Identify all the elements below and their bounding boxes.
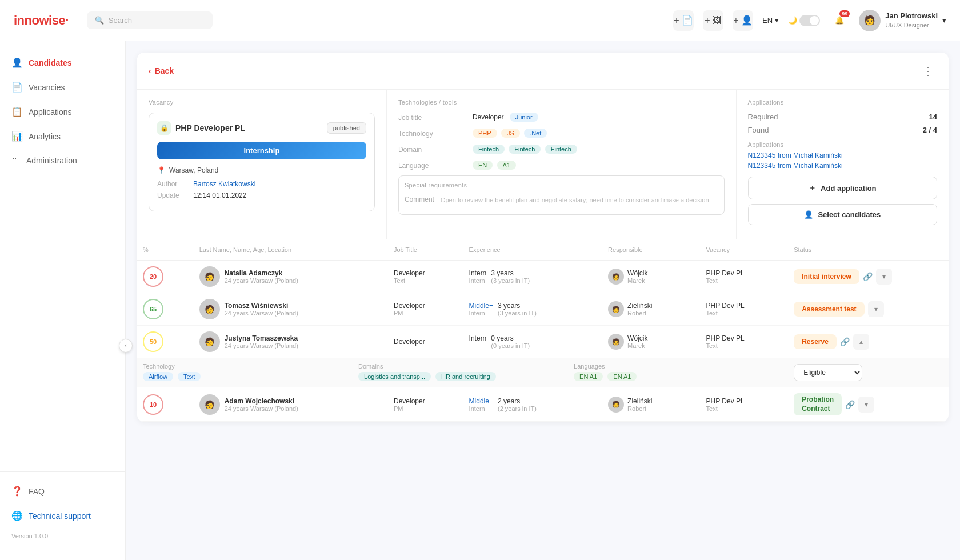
col-responsible: Responsible [602,239,700,261]
sidebar-item-vacancies[interactable]: 📄 Vacancies [0,75,125,99]
avatar: 🧑 [859,10,881,31]
sidebar-label-support: Technical support [29,511,91,521]
update-label: Update [157,191,189,199]
sidebar-item-faq[interactable]: ❓ FAQ [0,479,125,503]
moon-icon: 🌙 [788,16,797,25]
add-doc-btn[interactable]: + 📄 [673,10,694,31]
edit-link-icon[interactable]: 🔗 [863,272,873,281]
theme-toggle[interactable]: 🌙 [788,15,820,26]
status-badge[interactable]: Reserve [794,334,837,349]
sidebar-item-applications[interactable]: 📋 Applications [0,99,125,124]
candidate-name: Tomasz Wiśniewski [225,302,298,310]
found-value: 2 / 4 [923,126,937,134]
vacancy-title: PHP Developer PL [175,123,245,133]
technologies-panel: Technologies / tools Job title Developer… [387,90,737,239]
candidates-icon: 👤 [11,57,23,68]
add-person-btn[interactable]: + 👤 [733,10,753,31]
col-job-title: Job Title [388,239,463,261]
expand-domain-tags: Logistics and transp... HR and recruitin… [358,372,567,382]
sidebar-label-vacancies: Vacancies [29,83,65,92]
applications-panel: Applications Required 14 Found 2 / 4 App… [737,90,949,239]
exp-1: 3 years [491,269,530,277]
main-content: ‹ Back ⋮ Vacancy 🔒 PHP Developer PL [126,41,960,560]
sidebar-item-administration[interactable]: 🗂 Administration [0,149,125,173]
applications-icon: 📋 [11,106,23,117]
status-expand-button[interactable]: ▾ [868,301,884,317]
expand-row: Technology Airflow Text Domains [137,358,949,387]
status-expand-button[interactable]: ▴ [853,334,869,350]
required-value: 14 [929,113,937,121]
exp-2: (3 years in IT) [491,277,530,284]
resp-avatar: 🧑 [608,334,624,350]
comment-text: Open to review the benefit plan and nego… [441,195,709,205]
author-link[interactable]: Bartosz Kwiatkowski [193,180,255,188]
sidebar-item-candidates[interactable]: 👤 Candidates [0,50,125,75]
candidate-avatar: 🧑 [199,299,220,319]
probation-line2: Contract [802,405,834,414]
vacancy-2: Text [706,310,783,317]
vacancy-1: PHP Dev PL [706,302,783,310]
add-photo-btn[interactable]: + 🖼 [703,10,723,31]
sidebar-label-faq: FAQ [29,487,45,496]
col-name: Last Name, Name, Age, Location [194,239,388,261]
required-label: Required [748,113,778,121]
back-button[interactable]: ‹ Back [149,66,174,75]
status-badge[interactable]: Assessment test [794,302,864,317]
expand-domains-label: Domains [358,363,567,370]
app-link-2[interactable]: N123345 from Michał Kamiński [748,162,937,170]
update-value: 12:14 01.01.2022 [193,191,246,199]
status-expand-button[interactable]: ▾ [876,269,892,285]
table-header: % Last Name, Name, Age, Location Job Tit… [137,239,949,261]
content-card: ‹ Back ⋮ Vacancy 🔒 PHP Developer PL [137,53,949,422]
support-icon: 🌐 [11,510,23,521]
published-badge: published [327,122,366,134]
location-icon: 📍 [157,166,166,174]
notification-button[interactable]: 🔔 99 [829,10,850,31]
eligible-dropdown[interactable]: Eligible Not eligible [794,364,862,381]
resp-sub: Marek [627,277,647,284]
candidate-sub: 24 years Warsaw (Poland) [225,405,298,412]
sidebar-label-candidates: Candidates [29,58,71,67]
level-1: Middle+ [469,397,493,405]
chevron-down-icon: ▾ [942,16,946,25]
col-vacancy: Vacancy [701,239,789,261]
lang-button[interactable]: EN ▾ [762,16,779,25]
user-role: UI/UX Designer [885,21,938,29]
level-1: Intern [469,269,487,277]
candidate-name: Adam Wojciechowski [225,397,298,405]
topbar: innowise· 🔍 Search + 📄 + 🖼 + 👤 EN ▾ 🌙 🔔 … [0,0,960,41]
info-panels: Vacancy 🔒 PHP Developer PL published Int… [137,90,949,239]
job-title-1: Developer [394,269,458,277]
resp-sub: Robert [627,405,652,412]
status-expand-button[interactable]: ▾ [858,397,874,413]
candidate-sub: 24 years Warsaw (Poland) [225,310,298,317]
internship-button[interactable]: Internship [157,142,366,159]
resp-avatar: 🧑 [608,301,624,317]
score-badge: 20 [143,266,163,287]
sidebar-collapse-button[interactable]: ‹ [119,339,133,353]
exp-2: (3 years in IT) [498,310,537,317]
job-title-value: Developer Junior [473,113,725,123]
select-candidates-button[interactable]: 👤 Select candidates [748,204,937,225]
vacancy-2: Text [706,405,783,412]
add-application-button[interactable]: ＋ Add application [748,177,937,199]
sidebar: 👤 Candidates 📄 Vacancies 📋 Applications … [0,41,126,560]
edit-link-icon[interactable]: 🔗 [840,337,850,346]
sidebar-item-analytics[interactable]: 📊 Analytics [0,124,125,149]
search-bar[interactable]: 🔍 Search [87,11,213,29]
domain-tags: Fintech Fintech Fintech [473,145,725,155]
content-header: ‹ Back ⋮ [137,53,949,90]
edit-link-icon[interactable]: 🔗 [845,400,855,409]
col-status: Status [788,239,949,261]
exp-1: 3 years [498,302,537,310]
status-badge[interactable]: Probation Contract [794,393,842,415]
job-title-2: Text [394,277,458,284]
app-link-1[interactable]: N123345 from Michał Kamiński [748,151,937,159]
sidebar-item-support[interactable]: 🌐 Technical support [0,503,125,528]
user-menu[interactable]: 🧑 Jan Piotrowski UI/UX Designer ▾ [859,10,946,31]
status-badge[interactable]: Initial interview [794,269,859,284]
language-tags: EN A1 [473,161,725,171]
candidate-cell: 🧑 Tomasz Wiśniewski 24 years Warsaw (Pol… [199,299,382,319]
probation-line1: Probation [802,395,834,405]
more-options-button[interactable]: ⋮ [919,62,937,80]
